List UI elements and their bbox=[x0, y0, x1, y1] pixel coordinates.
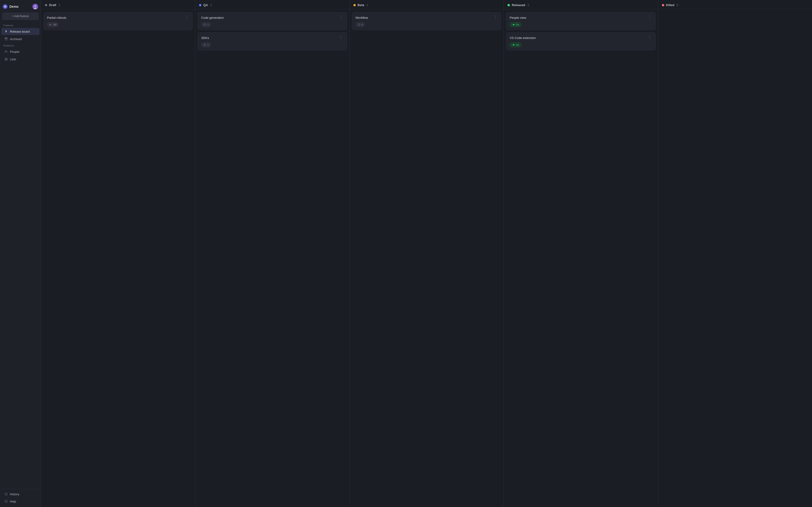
history-icon bbox=[4, 492, 8, 496]
toggle-icon bbox=[512, 44, 515, 46]
card-workflow[interactable]: Workflow ⋮ 5 bbox=[352, 12, 501, 30]
main-content: Draft 1 Partial rollouts ⋮ Off QA 2 Code… bbox=[41, 0, 812, 507]
column-header-draft: Draft 1 bbox=[41, 0, 195, 9]
features-section-label: Features bbox=[0, 22, 41, 28]
sidebar-item-release-board[interactable]: Release board bbox=[1, 28, 40, 35]
badge-label: On bbox=[516, 23, 519, 26]
card-badge: 5 bbox=[355, 22, 365, 27]
card-badge: 1 bbox=[201, 22, 211, 27]
badge-label: Off bbox=[53, 23, 56, 26]
sidebar-item-people[interactable]: People bbox=[1, 48, 40, 55]
column-header-released: Released 2 bbox=[504, 0, 658, 9]
logo-icon bbox=[3, 4, 7, 9]
sidebar-item-lists-label: Lists bbox=[10, 58, 16, 61]
column-label-released: Released bbox=[512, 3, 525, 7]
column-cards-qa: Code generation ⋮ 1 SDKs ⋮ 1 bbox=[195, 9, 349, 507]
sidebar-item-history-label: History bbox=[10, 493, 19, 496]
card-title: Code generation bbox=[201, 16, 224, 20]
svg-point-4 bbox=[6, 31, 7, 32]
card-title: SDKs bbox=[201, 36, 209, 40]
card-badge: Off bbox=[47, 22, 58, 27]
badge-label: 5 bbox=[362, 23, 363, 26]
card-menu-button[interactable]: ⋮ bbox=[647, 15, 652, 19]
sidebar-item-archived[interactable]: Archived bbox=[1, 36, 40, 43]
sidebar-item-lists[interactable]: Lists bbox=[1, 56, 40, 63]
sidebar: Demo + Add feature Features Release boar… bbox=[0, 0, 41, 507]
svg-point-21 bbox=[513, 24, 514, 25]
column-killed: Killed 0 bbox=[658, 0, 812, 507]
sidebar-item-release-board-label: Release board bbox=[10, 30, 30, 33]
column-count-killed: 0 bbox=[677, 3, 678, 7]
sidebar-item-help-label: Help bbox=[10, 500, 16, 503]
help-icon bbox=[4, 500, 8, 503]
card-header: People view ⋮ bbox=[510, 16, 652, 20]
column-header-beta: Beta 1 bbox=[350, 0, 504, 9]
card-header: Workflow ⋮ bbox=[355, 16, 498, 20]
sidebar-header: Demo bbox=[0, 2, 41, 11]
sidebar-item-archived-label: Archived bbox=[10, 37, 22, 41]
card-title: Workflow bbox=[355, 16, 368, 20]
rocket-icon bbox=[4, 30, 8, 33]
card-title: People view bbox=[510, 16, 526, 20]
column-label-killed: Killed bbox=[666, 3, 674, 7]
card-sdks[interactable]: SDKs ⋮ 1 bbox=[198, 33, 347, 50]
avatar[interactable] bbox=[33, 4, 38, 9]
column-header-killed: Killed 0 bbox=[658, 0, 812, 9]
svg-rect-5 bbox=[5, 38, 7, 38]
column-cards-killed bbox=[658, 9, 812, 507]
column-dot-qa bbox=[199, 4, 201, 6]
toggle-icon bbox=[203, 44, 206, 46]
board: Draft 1 Partial rollouts ⋮ Off QA 2 Code… bbox=[41, 0, 812, 507]
column-qa: QA 2 Code generation ⋮ 1 SDKs ⋮ 1 bbox=[195, 0, 349, 507]
column-header-qa: QA 2 bbox=[195, 0, 349, 9]
card-title: Partial rollouts bbox=[47, 16, 66, 20]
badge-label: 1 bbox=[207, 23, 209, 26]
card-title: VS Code extension bbox=[510, 36, 536, 40]
column-released: Released 2 People view ⋮ On VS Code exte… bbox=[504, 0, 658, 507]
svg-point-3 bbox=[34, 7, 37, 9]
column-count-draft: 1 bbox=[58, 3, 60, 7]
column-count-released: 2 bbox=[527, 3, 529, 7]
card-header: Partial rollouts ⋮ bbox=[47, 16, 189, 20]
list-icon bbox=[4, 57, 8, 61]
card-menu-button[interactable]: ⋮ bbox=[339, 15, 344, 19]
add-feature-button[interactable]: + Add feature bbox=[2, 13, 39, 20]
svg-point-8 bbox=[6, 51, 7, 51]
column-dot-draft bbox=[45, 4, 47, 6]
card-people-view[interactable]: People view ⋮ On bbox=[506, 12, 655, 30]
sidebar-item-history[interactable]: History bbox=[1, 491, 40, 498]
svg-point-0 bbox=[4, 6, 6, 7]
column-count-qa: 2 bbox=[210, 3, 212, 7]
audience-section-label: Audience bbox=[0, 43, 41, 48]
svg-point-23 bbox=[513, 44, 514, 46]
card-vs-code-extension[interactable]: VS Code extension ⋮ On bbox=[506, 33, 655, 50]
card-menu-button[interactable]: ⋮ bbox=[185, 15, 189, 19]
badge-label: On bbox=[516, 44, 519, 46]
archive-icon bbox=[4, 37, 8, 41]
card-badge: On bbox=[510, 22, 521, 27]
svg-point-7 bbox=[5, 50, 6, 51]
sidebar-item-help[interactable]: Help bbox=[1, 498, 40, 505]
svg-rect-9 bbox=[5, 58, 7, 58]
column-dot-released bbox=[507, 4, 510, 6]
column-dot-killed bbox=[662, 4, 664, 6]
card-menu-button[interactable]: ⋮ bbox=[493, 15, 498, 19]
svg-rect-11 bbox=[5, 60, 7, 60]
card-partial-rollouts[interactable]: Partial rollouts ⋮ Off bbox=[44, 12, 193, 30]
card-menu-button[interactable]: ⋮ bbox=[647, 36, 652, 39]
card-badge: On bbox=[510, 43, 521, 47]
column-dot-beta bbox=[353, 4, 356, 6]
toggle-icon bbox=[203, 23, 206, 26]
badge-label: 1 bbox=[207, 44, 209, 46]
sidebar-item-people-label: People bbox=[10, 50, 19, 54]
card-header: SDKs ⋮ bbox=[201, 36, 343, 40]
card-header: VS Code extension ⋮ bbox=[510, 36, 652, 40]
people-icon bbox=[4, 50, 8, 54]
app-logo: Demo bbox=[3, 4, 18, 9]
svg-point-2 bbox=[34, 5, 36, 7]
svg-point-16 bbox=[49, 24, 51, 25]
card-menu-button[interactable]: ⋮ bbox=[339, 36, 344, 39]
column-beta: Beta 1 Workflow ⋮ 5 bbox=[350, 0, 504, 507]
card-code-generation[interactable]: Code generation ⋮ 1 bbox=[198, 12, 347, 30]
toggle-icon bbox=[358, 23, 360, 26]
